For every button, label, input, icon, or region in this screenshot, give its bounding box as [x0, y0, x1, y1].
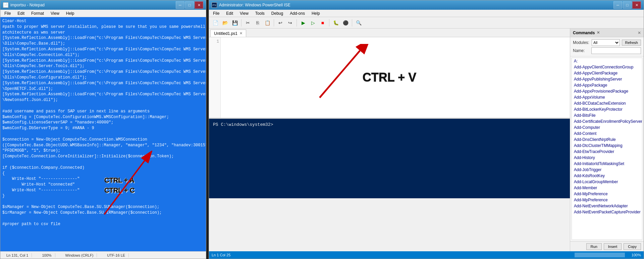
commands-panel-x-icon[interactable]: ✕: [597, 31, 600, 35]
notepad-menubar: File Edit Format View Help: [0, 10, 206, 17]
pshell-menu-debug[interactable]: Debug: [269, 10, 286, 16]
command-list-item[interactable]: Add-MpPreference: [572, 197, 642, 203]
toolbar-zoom-button[interactable]: 🔍: [354, 18, 363, 27]
command-list-item[interactable]: Add-History: [572, 155, 642, 161]
name-label: Name:: [573, 48, 589, 53]
command-list-item[interactable]: Add-EtwTraceProvider: [572, 149, 642, 155]
notepad-cursor-position: Ln 131, Col 1: [3, 253, 32, 257]
notepad-statusbar: Ln 131, Col 1 100% Windows (CRLF) UTF-16…: [0, 251, 206, 259]
commands-list[interactable]: A:Add-AppvClientConnectionGroupAdd-AppvC…: [572, 58, 642, 240]
modules-label: Modules:: [573, 40, 590, 45]
notepad-titlebar-left: 📄 importsu - Notepad: [3, 2, 45, 8]
command-list-item[interactable]: Add-KdsRootKey: [572, 173, 642, 179]
notepad-menu-edit[interactable]: Edit: [15, 10, 27, 16]
notepad-app-icon: 📄: [3, 2, 8, 8]
pshell-minimize-button[interactable]: ─: [613, 1, 622, 9]
notepad-titlebar: 📄 importsu - Notepad ─ □ ✕: [0, 0, 206, 10]
pshell-body: Untitled1.ps1 ✕ 1 CTRL + V: [209, 29, 644, 251]
pshell-menu-addons[interactable]: Add-ons: [287, 10, 308, 16]
notepad-minimize-button[interactable]: ─: [176, 1, 184, 9]
pshell-zoom: 100%: [632, 253, 641, 257]
command-list-item[interactable]: Add-Member: [572, 185, 642, 191]
insert-button[interactable]: Insert: [604, 243, 622, 250]
pshell-menu-edit[interactable]: Edit: [223, 10, 236, 16]
commands-title-area: Commands ✕: [573, 31, 600, 35]
toolbar-debug-button[interactable]: 🐛: [331, 18, 340, 27]
notepad-maximize-button[interactable]: □: [185, 1, 194, 9]
notepad-text-content[interactable]: Clear-Host #path to proper WMS server in…: [0, 17, 206, 251]
toolbar-cut-button[interactable]: ✂: [244, 18, 252, 27]
command-list-item[interactable]: Add-AppvClientConnectionGroup: [572, 64, 642, 70]
pshell-menu-tools[interactable]: Tools: [253, 10, 267, 16]
toolbar-run-button[interactable]: ▶: [299, 18, 308, 27]
command-list-item[interactable]: Add-MpPreference: [572, 191, 642, 197]
notepad-menu-help[interactable]: Help: [63, 10, 77, 16]
name-input[interactable]: [591, 47, 641, 54]
toolbar-breakpoint-button[interactable]: ⚫: [341, 18, 350, 27]
editor-area: Untitled1.ps1 ✕ 1 CTRL + V: [209, 29, 570, 251]
pshell-close-button[interactable]: ✕: [632, 1, 641, 9]
run-button[interactable]: Run: [586, 243, 602, 250]
command-list-item[interactable]: Add-AppvClientPackage: [572, 70, 642, 76]
modules-select[interactable]: All: [592, 39, 620, 46]
pshell-app-icon: PS: [212, 2, 217, 8]
copy-button[interactable]: Copy: [624, 243, 641, 250]
notepad-menu-format[interactable]: Format: [29, 10, 47, 16]
command-list-item[interactable]: Add-AppxProvisionedPackage: [572, 88, 642, 94]
toolbar-copy-button[interactable]: ⎘: [253, 18, 262, 27]
command-list-item[interactable]: A:: [572, 58, 642, 64]
command-list-item[interactable]: Add-DtcClusterTMMapping: [572, 143, 642, 149]
command-list-item[interactable]: Add-JobTrigger: [572, 167, 642, 173]
notepad-close-button[interactable]: ✕: [195, 1, 203, 9]
line-numbers: 1: [209, 37, 221, 118]
command-list-item[interactable]: Add-AppxPackage: [572, 82, 642, 88]
notepad-menu-view[interactable]: View: [48, 10, 62, 16]
script-editor[interactable]: 1 CTRL + V: [209, 37, 570, 118]
toolbar-undo-button[interactable]: ↩: [276, 18, 285, 27]
commands-panel-outer-close-icon[interactable]: ✕: [638, 31, 641, 35]
command-list-item[interactable]: Add-AppxVolume: [572, 94, 642, 100]
tab-untitled1[interactable]: Untitled1.ps1 ✕: [210, 30, 246, 37]
command-list-item[interactable]: Add-BCDataCacheExtension: [572, 100, 642, 106]
command-list-item[interactable]: Add-BitLockerKeyProtector: [572, 106, 642, 112]
pshell-menu-help[interactable]: Help: [309, 10, 323, 16]
pshell-menu-view[interactable]: View: [237, 10, 251, 16]
tab-close-icon[interactable]: ✕: [239, 31, 243, 36]
name-row: Name:: [573, 47, 641, 54]
line-number-1: 1: [210, 39, 219, 45]
modules-row: Modules: All Refresh: [573, 39, 641, 46]
command-list-item[interactable]: Add-BitsFile: [572, 112, 642, 118]
toolbar-open-button[interactable]: 📂: [221, 18, 229, 27]
command-list-item[interactable]: Add-InitiatorIdToMaskingSet: [572, 161, 642, 167]
toolbar-save-button[interactable]: 💾: [230, 18, 239, 27]
command-list-item[interactable]: Add-NetEventPacketCaptureProvider: [572, 209, 642, 215]
command-list-item[interactable]: Add-CertificateEnrollmentPolicyServer: [572, 118, 642, 124]
pshell-title: Administrator: Windows PowerShell ISE: [219, 3, 290, 7]
notepad-window: 📄 importsu - Notepad ─ □ ✕ File Edit For…: [0, 0, 206, 259]
pshell-statusbar-right: 100%: [575, 253, 641, 257]
command-list-item[interactable]: Add-Content: [572, 131, 642, 137]
command-list-item[interactable]: Add-DnsClientNrptRule: [572, 137, 642, 143]
command-list-item[interactable]: Add-LocalGroupMember: [572, 179, 642, 185]
command-list-item[interactable]: Add-AppvPublishingServer: [572, 76, 642, 82]
pshell-menu-file[interactable]: File: [210, 10, 222, 16]
notepad-window-controls: ─ □ ✕: [176, 1, 203, 9]
pshell-maximize-button[interactable]: □: [623, 1, 632, 9]
command-list-item[interactable]: Add-Computer: [572, 124, 642, 131]
console-area[interactable]: PS C:\windows\system32>: [209, 118, 570, 198]
toolbar-run-selection-button[interactable]: ▷: [309, 18, 317, 27]
command-list-item[interactable]: Add-NetEventNetworkAdapter: [572, 203, 642, 209]
toolbar-new-button[interactable]: 📄: [211, 18, 220, 27]
notepad-menu-file[interactable]: File: [2, 10, 13, 16]
commands-footer: Run Insert Copy: [570, 241, 644, 251]
commands-title: Commands: [573, 31, 595, 35]
script-content[interactable]: [221, 37, 570, 118]
commands-toolbar: Modules: All Refresh Name:: [570, 37, 644, 56]
toolbar-redo-button[interactable]: ↪: [286, 18, 294, 27]
toolbar-stop-button[interactable]: ■: [318, 18, 327, 27]
notepad-zoom: 100%: [39, 253, 55, 257]
toolbar-paste-button[interactable]: 📋: [263, 18, 272, 27]
pshell-toolbar: 📄 📂 💾 ✂ ⎘ 📋 ↩ ↪ ▶ ▷ ■ 🐛 ⚫ 🔍: [209, 17, 644, 29]
notepad-content-area: Clear-Host #path to proper WMS server in…: [0, 17, 206, 251]
refresh-button[interactable]: Refresh: [622, 40, 641, 46]
